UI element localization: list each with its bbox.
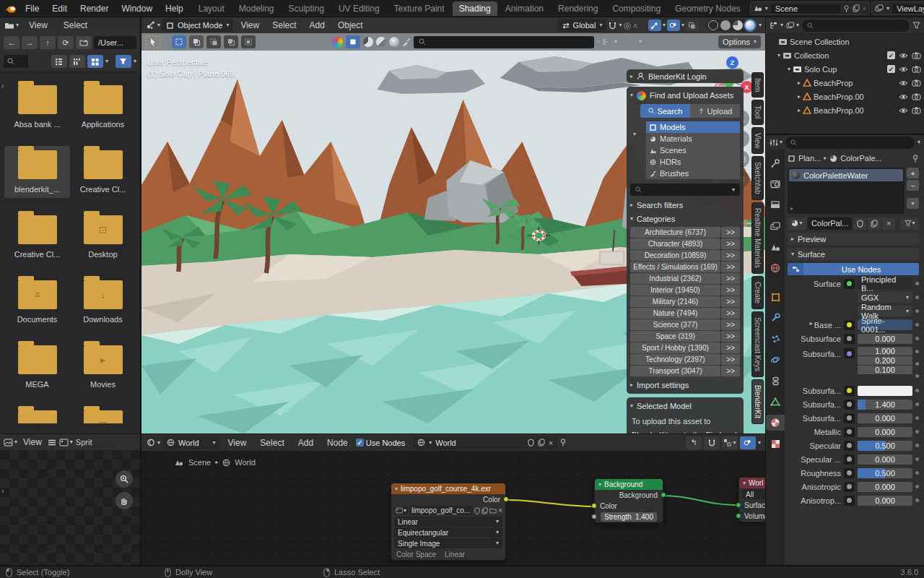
tab-scene-icon[interactable] — [766, 239, 785, 255]
tab-object-icon[interactable] — [766, 289, 785, 305]
tab-create[interactable]: Create — [751, 276, 764, 309]
tab-object-data-icon[interactable] — [766, 394, 785, 410]
viewport-select-menu[interactable]: Select — [266, 18, 302, 33]
tab-modifiers-icon[interactable] — [766, 310, 785, 326]
parent-node-tree-icon[interactable]: ↰ — [686, 436, 702, 449]
decorator-dot[interactable] — [915, 444, 919, 447]
subsurface-method-dropdown[interactable]: Random Walk▾ — [858, 306, 912, 316]
tab-tool-icon[interactable] — [766, 155, 785, 171]
image-name-label[interactable]: Sprit — [76, 438, 92, 447]
category-button[interactable]: Interior (19450) — [630, 285, 720, 296]
hide-eye-icon[interactable] — [899, 52, 908, 59]
metallic-field[interactable]: 0.000 — [858, 427, 912, 437]
tab-item[interactable]: Item — [751, 72, 764, 98]
filter-settings-chevron[interactable]: ▾ — [134, 59, 136, 64]
path-field[interactable]: /User... — [94, 36, 136, 49]
decorator-dot[interactable] — [915, 374, 919, 378]
material-slot-icon[interactable] — [346, 35, 360, 48]
viewport-view-menu[interactable]: View — [235, 18, 265, 33]
category-expand-button[interactable]: >> — [721, 285, 740, 296]
workspace-tab-uv-editing[interactable]: UV Editing — [332, 1, 386, 16]
base-color-texture-field[interactable]: Sprite-0001... — [858, 319, 912, 330]
category-expand-button[interactable]: >> — [721, 238, 740, 249]
asset-type-models[interactable]: Models — [646, 121, 740, 133]
search-tab[interactable]: Search — [640, 104, 690, 118]
viewlayer-name-field[interactable]: ViewLayer — [892, 4, 924, 13]
strength-field[interactable]: Strength1.400 — [601, 512, 657, 522]
overlays-icon[interactable] — [667, 20, 680, 31]
outliner-row-solo-cup[interactable]: ▾ Solo Cup ✓ — [766, 62, 924, 76]
open-folder-icon[interactable] — [489, 508, 497, 514]
node-canvas[interactable]: Scene ▸ World ▾limpopo_golf_course_4k.ex… — [141, 451, 765, 565]
decorator-dot[interactable] — [915, 389, 919, 392]
category-expand-button[interactable]: >> — [721, 319, 740, 330]
category-button[interactable]: Military (2146) — [630, 296, 720, 307]
strength-input-socket[interactable] — [591, 514, 597, 519]
select-intersect-tool[interactable] — [241, 35, 256, 48]
image-pan-hand-button[interactable] — [116, 492, 133, 509]
selected-model-header[interactable]: ▾Selected Model — [630, 400, 740, 412]
preview-panel-header[interactable]: ▸Preview — [788, 233, 919, 245]
back-button[interactable]: ← — [4, 36, 19, 49]
hamburger-menu-icon[interactable] — [48, 439, 56, 446]
editor-type-icon[interactable]: ▾ — [146, 439, 160, 447]
specular-field[interactable]: 0.500 — [858, 441, 912, 451]
folder-item[interactable]: ▨ — [70, 406, 136, 423]
decorator-dot[interactable] — [915, 337, 919, 340]
decorator-dot[interactable] — [915, 282, 919, 285]
copy-icon[interactable] — [538, 439, 545, 447]
folder-item-selected[interactable]: blenderkit_... — [4, 146, 70, 198]
select-box-tool[interactable] — [172, 35, 186, 48]
decorator-dot[interactable] — [915, 309, 919, 313]
category-expand-button[interactable]: >> — [721, 273, 740, 284]
twotone-sphere-icon[interactable] — [376, 37, 386, 47]
shading-solid-icon[interactable] — [720, 20, 731, 30]
outliner-filter-icon[interactable] — [912, 22, 920, 29]
projection-dropdown[interactable]: Equirectangular▾ — [394, 527, 502, 538]
fake-user-shield-icon[interactable] — [474, 507, 480, 514]
create-folder-button[interactable] — [76, 36, 92, 49]
category-button[interactable]: Nature (7494) — [630, 308, 720, 319]
blenderkit-login-panel[interactable]: ▸ BlenderKit Login — [627, 69, 744, 83]
folder-item[interactable]: ♪ — [4, 406, 70, 423]
material-slot-list[interactable]: ColorPaletteWater ▸ — [788, 168, 905, 214]
category-button[interactable]: Technology (2397) — [630, 354, 720, 365]
tab-view[interactable]: View — [751, 127, 764, 155]
disclosure-icon[interactable]: ▸ — [798, 94, 801, 100]
category-expand-button[interactable]: >> — [721, 262, 740, 272]
interpolation-dropdown[interactable]: Linear▾ — [394, 517, 502, 527]
roughness-field[interactable]: 0.500 — [858, 468, 912, 478]
import-settings-header[interactable]: ▸Import settings — [630, 379, 740, 391]
shader-type-dropdown[interactable]: World▾ — [162, 436, 220, 449]
extra-chevron[interactable]: ▾ — [639, 39, 642, 45]
image-name-field[interactable]: limpopo_golf_co... — [409, 506, 473, 515]
menu-render[interactable]: Render — [74, 1, 114, 16]
hide-eye-icon[interactable] — [899, 66, 908, 73]
unlink-icon[interactable]: × — [549, 439, 553, 447]
delete-scene-icon[interactable]: × — [863, 5, 866, 12]
world-sphere-icon[interactable] — [389, 37, 399, 47]
viewlayer-selector[interactable]: ▾ ViewLayer × — [871, 1, 924, 15]
xray-icon[interactable] — [686, 20, 699, 31]
render-camera-icon[interactable] — [912, 52, 921, 59]
subsurface-color-swatch[interactable] — [858, 386, 912, 396]
background-output-socket[interactable] — [661, 492, 666, 498]
radius-z-field[interactable]: 0.100 — [858, 366, 912, 374]
editor-type-icon[interactable]: ▾ — [4, 22, 19, 30]
radius-x-field[interactable]: 1.000 — [858, 347, 912, 355]
decorator-dot[interactable] — [915, 296, 919, 299]
display-thumbnail-icon[interactable] — [87, 55, 103, 68]
decorator-dot[interactable] — [915, 402, 919, 406]
upload-tab[interactable]: Upload — [690, 104, 740, 118]
blender-logo-icon[interactable] — [4, 4, 17, 14]
file-browser-select-menu[interactable]: Select — [58, 18, 93, 33]
select-invert-tool[interactable] — [224, 35, 238, 48]
decorator-dot[interactable] — [915, 499, 919, 502]
world-output-node[interactable]: ▾Worl All Surface Volume — [738, 477, 765, 522]
render-camera-icon[interactable] — [912, 93, 921, 100]
pin-icon[interactable] — [843, 5, 850, 12]
display-horizontal-list-icon[interactable] — [69, 55, 85, 68]
surface-input-socket[interactable] — [736, 502, 741, 508]
node-header[interactable]: ▾Background — [595, 479, 663, 490]
folder-item[interactable]: MEGA — [4, 341, 70, 393]
